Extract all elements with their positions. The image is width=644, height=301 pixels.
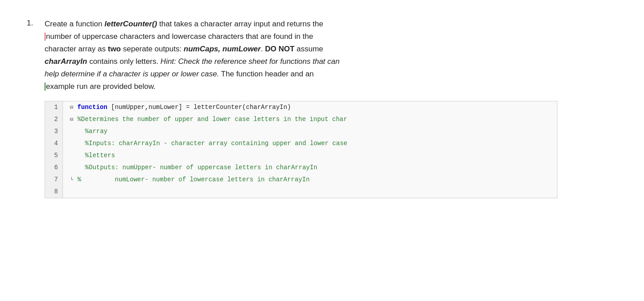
line7-comment: % numLower- number of lowercase letters …	[77, 176, 310, 183]
question-text: Create a function letterCounter() that t…	[45, 18, 607, 198]
code-line-3: 3 %array	[45, 125, 557, 138]
content-area: 1. Create a function letterCounter() tha…	[27, 18, 607, 198]
para3-donot: DO NOT	[265, 45, 294, 53]
para3-post3: assume	[294, 45, 323, 53]
collapse-icon-1: ⊟	[70, 105, 76, 111]
code-line-8: 8	[45, 186, 557, 198]
para4-chararrayin: charArrayIn	[45, 57, 87, 66]
line-number-7: 7	[45, 174, 63, 186]
line-content-6: %Outputs: numUpper- number of uppercase …	[63, 162, 557, 174]
para1-func: letterCounter()	[104, 20, 157, 28]
para4-post: contains only letters.	[87, 57, 160, 66]
line1-rest: [numUpper,numLower] = letterCounter(char…	[107, 104, 291, 111]
line-number-5: 5	[45, 150, 63, 162]
para2: number of uppercase characters and lower…	[46, 32, 313, 41]
code-line-1: 1 ⊟ function [numUpper,numLower] = lette…	[45, 101, 557, 113]
line-number-2: 2	[45, 113, 63, 125]
para3-two: two	[108, 45, 121, 53]
line-number-6: 6	[45, 162, 63, 174]
line-content-8	[63, 186, 557, 198]
line4-comment: %Inputs: charArrayIn - character array c…	[70, 140, 347, 147]
para4-hint: Hint: Check the reference sheet for func…	[161, 57, 340, 66]
line3-comment: %array	[70, 128, 107, 135]
para1-pre: Create a function	[45, 20, 104, 28]
collapse-icon-7: └	[70, 177, 76, 183]
para3-post2: .	[261, 45, 265, 53]
line-number-4: 4	[45, 138, 63, 150]
para1-post: that takes a character array input and r…	[157, 20, 323, 28]
code-line-6: 6 %Outputs: numUpper- number of uppercas…	[45, 162, 557, 174]
collapse-icon-2: ⊟	[70, 117, 76, 123]
line5-comment: %letters	[70, 152, 115, 159]
cursor-pink	[45, 33, 45, 41]
line-content-7: └ % numLower- number of lowercase letter…	[63, 174, 557, 186]
para3-post: seperate outputs:	[121, 45, 184, 53]
line-number-8: 8	[45, 186, 63, 198]
para5-post: The function header and an	[219, 70, 314, 78]
para5: help determine if a character is upper o…	[45, 70, 219, 78]
line-content-5: %letters	[63, 150, 557, 162]
question-number: 1.	[27, 18, 37, 198]
cursor-green	[45, 83, 45, 91]
keyword-function: function	[77, 104, 107, 111]
line-content-4: %Inputs: charArrayIn - character array c…	[63, 138, 557, 150]
code-line-7: 7 └ % numLower- number of lowercase lett…	[45, 174, 557, 186]
code-line-4: 4 %Inputs: charArrayIn - character array…	[45, 138, 557, 150]
code-line-2: 2 ⊟ %Determines the number of upper and …	[45, 113, 557, 125]
line-number-3: 3	[45, 125, 63, 138]
line6-comment: %Outputs: numUpper- number of uppercase …	[70, 164, 318, 171]
para3-pre: character array as	[45, 45, 108, 53]
question-para-1: Create a function letterCounter() that t…	[45, 18, 607, 93]
line-content-2: ⊟ %Determines the number of upper and lo…	[63, 113, 557, 125]
para3-numcaps: numCaps, numLower	[184, 45, 261, 53]
line-content-1: ⊟ function [numUpper,numLower] = letterC…	[63, 101, 557, 113]
line2-comment: %Determines the number of upper and lowe…	[77, 116, 347, 123]
para6: example run are provided below.	[46, 82, 156, 91]
code-line-5: 5 %letters	[45, 150, 557, 162]
question-item: 1. Create a function letterCounter() tha…	[27, 18, 607, 198]
line-number-1: 1	[45, 101, 63, 113]
code-block: 1 ⊟ function [numUpper,numLower] = lette…	[45, 101, 557, 198]
line-content-3: %array	[63, 125, 557, 138]
